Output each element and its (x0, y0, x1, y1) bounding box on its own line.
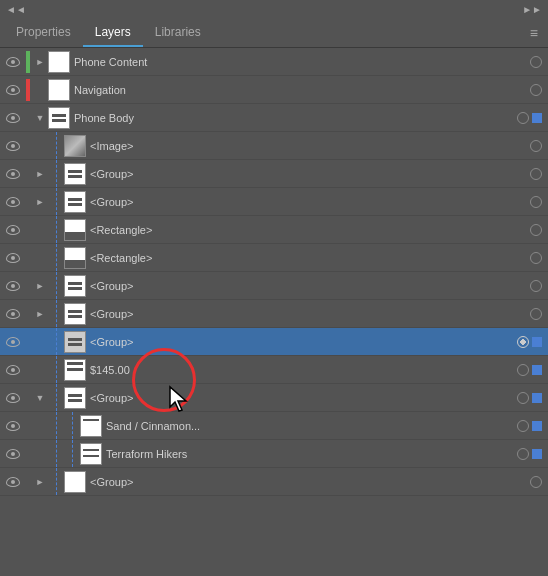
layer-row[interactable]: ► <Group> (0, 272, 548, 300)
layer-thumbnail (48, 79, 70, 101)
visibility-toggle[interactable] (0, 197, 26, 207)
indent-guide (56, 356, 57, 383)
eye-icon (6, 141, 20, 151)
eye-icon (6, 449, 20, 459)
layer-row[interactable]: Terraform Hikers (0, 440, 548, 468)
layer-circle[interactable] (530, 280, 542, 292)
layer-name: <Rectangle> (90, 252, 530, 264)
tab-libraries[interactable]: Libraries (143, 19, 213, 47)
layer-row[interactable]: <Group> (0, 328, 548, 356)
layers-panel: ◄◄ ►► Properties Layers Libraries ≡ ► Ph… (0, 0, 548, 576)
layer-circle[interactable] (517, 364, 529, 376)
eye-icon (6, 421, 20, 431)
right-arrows[interactable]: ►► (522, 4, 542, 15)
layer-thumbnail (64, 387, 86, 409)
color-indicator (26, 51, 30, 73)
layer-circle[interactable] (530, 168, 542, 180)
layer-row[interactable]: $145.00 (0, 356, 548, 384)
layer-circle[interactable] (517, 336, 529, 348)
layer-row[interactable]: ► <Group> (0, 188, 548, 216)
layer-name: <Group> (90, 196, 530, 208)
layer-row[interactable]: Navigation (0, 76, 548, 104)
indent-guide (56, 188, 57, 215)
layer-row[interactable]: ▼ Phone Body (0, 104, 548, 132)
layer-right-controls (517, 336, 548, 348)
layer-color-square (532, 113, 542, 123)
layer-row[interactable]: ▼ <Group> (0, 384, 548, 412)
layer-right-controls (517, 392, 548, 404)
eye-icon (6, 197, 20, 207)
visibility-toggle[interactable] (0, 365, 26, 375)
layer-right-controls (530, 252, 548, 264)
color-indicator (26, 471, 30, 493)
layer-color-square (532, 449, 542, 459)
visibility-toggle[interactable] (0, 337, 26, 347)
color-indicator (26, 303, 30, 325)
indent-guide (56, 328, 57, 355)
layer-right-controls (530, 140, 548, 152)
visibility-toggle[interactable] (0, 281, 26, 291)
layer-circle[interactable] (530, 84, 542, 96)
layer-circle[interactable] (530, 224, 542, 236)
layer-circle[interactable] (517, 420, 529, 432)
panel-menu-icon[interactable]: ≡ (524, 21, 544, 45)
layer-name: <Group> (90, 168, 530, 180)
visibility-toggle[interactable] (0, 57, 26, 67)
indent-guide (56, 244, 57, 271)
layer-right-controls (517, 112, 548, 124)
expand-arrow[interactable]: ▼ (32, 393, 48, 403)
layer-row[interactable]: <Rectangle> (0, 244, 548, 272)
visibility-toggle[interactable] (0, 393, 26, 403)
layer-circle[interactable] (530, 308, 542, 320)
layer-thumbnail (64, 163, 86, 185)
expand-arrow[interactable]: ► (32, 57, 48, 67)
expand-arrow[interactable]: ► (32, 477, 48, 487)
color-indicator (26, 135, 30, 157)
indent-guide (56, 412, 57, 439)
indent-guide-2 (72, 440, 73, 467)
layer-name: <Image> (90, 140, 530, 152)
visibility-toggle[interactable] (0, 225, 26, 235)
layer-circle[interactable] (517, 112, 529, 124)
left-arrows[interactable]: ◄◄ (6, 4, 26, 15)
visibility-toggle[interactable] (0, 113, 26, 123)
layer-row[interactable]: ► Phone Content (0, 48, 548, 76)
expand-arrow[interactable]: ► (32, 169, 48, 179)
expand-arrow[interactable]: ► (32, 197, 48, 207)
layer-circle[interactable] (517, 448, 529, 460)
layer-thumbnail (64, 471, 86, 493)
layer-row[interactable]: <Image> (0, 132, 548, 160)
layer-name: Navigation (74, 84, 530, 96)
layer-row[interactable]: ► <Group> (0, 300, 548, 328)
visibility-toggle[interactable] (0, 477, 26, 487)
visibility-toggle[interactable] (0, 253, 26, 263)
layer-row[interactable]: ► <Group> (0, 160, 548, 188)
layer-row[interactable]: <Rectangle> (0, 216, 548, 244)
layer-circle[interactable] (517, 392, 529, 404)
visibility-toggle[interactable] (0, 141, 26, 151)
visibility-toggle[interactable] (0, 421, 26, 431)
indent-guide (56, 132, 57, 159)
expand-arrow[interactable]: ▼ (32, 113, 48, 123)
layer-right-controls (517, 448, 548, 460)
layer-thumbnail (64, 359, 86, 381)
layer-circle[interactable] (530, 252, 542, 264)
visibility-toggle[interactable] (0, 85, 26, 95)
visibility-toggle[interactable] (0, 449, 26, 459)
layer-circle[interactable] (530, 476, 542, 488)
eye-icon (6, 337, 20, 347)
layer-circle[interactable] (530, 140, 542, 152)
visibility-toggle[interactable] (0, 169, 26, 179)
expand-arrow[interactable]: ► (32, 309, 48, 319)
layer-row[interactable]: Sand / Cinnamon... (0, 412, 548, 440)
eye-icon (6, 113, 20, 123)
layer-circle[interactable] (530, 56, 542, 68)
tab-bar: Properties Layers Libraries ≡ (0, 18, 548, 48)
tab-layers[interactable]: Layers (83, 19, 143, 47)
color-indicator (26, 107, 30, 129)
expand-arrow[interactable]: ► (32, 281, 48, 291)
layer-row[interactable]: ► <Group> (0, 468, 548, 496)
visibility-toggle[interactable] (0, 309, 26, 319)
layer-circle[interactable] (530, 196, 542, 208)
tab-properties[interactable]: Properties (4, 19, 83, 47)
